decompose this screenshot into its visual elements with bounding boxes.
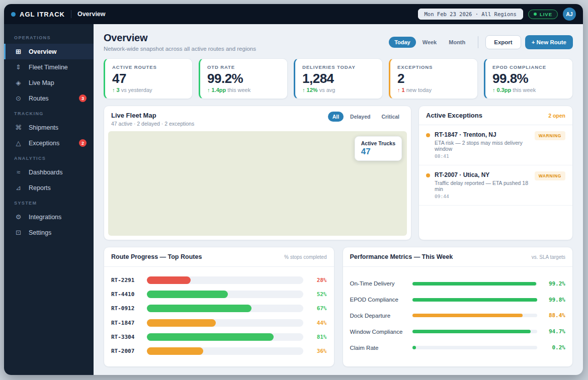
warning-dot-icon — [426, 173, 430, 177]
sidebar-item-exceptions[interactable]: △ Exceptions 2 — [4, 135, 94, 151]
exception-route: RT-2007 · Utica, NY — [435, 171, 530, 178]
user-avatar[interactable]: AJ — [563, 8, 576, 21]
metric-value: 88.4% — [543, 312, 565, 319]
metric-fill — [412, 282, 537, 286]
sidebar-item-overview[interactable]: ⊞ Overview — [4, 44, 94, 59]
sidebar-item-fleet-timeline[interactable]: ⇕ Fleet Timeline — [4, 59, 94, 75]
count-badge: 3 — [79, 94, 87, 102]
route-progress-row: RT-4410 52% — [111, 291, 327, 298]
kpi-delta: ↑ 0.3pp this week — [492, 87, 565, 93]
sidebar-item-routes[interactable]: ⊙ Routes 3 — [4, 90, 94, 106]
topbar-divider — [71, 10, 71, 18]
page-header: Overview Network-wide snapshot across al… — [104, 32, 573, 52]
metric-label: On-Time Delivery — [350, 280, 406, 287]
exception-list-item[interactable]: RT-1847 · Trenton, NJ ETA risk — 2 stops… — [419, 125, 572, 165]
map-canvas[interactable]: Active Trucks 47 — [108, 131, 407, 236]
waves-icon: ≈ — [14, 168, 23, 176]
progress-value: 36% — [310, 348, 327, 354]
metric-value: 0.2% — [543, 344, 565, 351]
active-trucks-overlay: Active Trucks 47 — [355, 136, 402, 161]
main-content: Overview Network-wide snapshot across al… — [94, 24, 583, 375]
performance-metrics-card: Performance Metrics — This Week vs. SLA … — [343, 247, 573, 367]
map-filters: All Delayed Critical — [328, 112, 404, 122]
kpi-delta: ↑ 1 new today — [397, 87, 470, 93]
section-label: TRACKING — [4, 106, 94, 120]
map-filter-pill[interactable]: Delayed — [346, 112, 375, 122]
route-progress-row: RT-0912 67% — [111, 305, 327, 312]
range-tab[interactable]: Week — [417, 37, 443, 48]
performance-note: vs. SLA targets — [532, 254, 565, 260]
grid-icon: ⊞ — [14, 48, 23, 55]
sidebar: OPERATIONS ⊞ Overview ⇕ Fleet Timeline — [4, 24, 94, 375]
topbar-nav-overview[interactable]: Overview — [77, 11, 106, 18]
app-window: AGL ITRACK Overview Mon Feb 23 2026 · Al… — [4, 4, 583, 375]
sidebar-item-settings[interactable]: ⊡ Settings — [4, 225, 94, 240]
route-progress-row: RT-3304 81% — [111, 333, 327, 341]
header-divider — [478, 36, 478, 48]
kpi-delta: ↑ 1.4pp this week — [207, 87, 280, 93]
kpi-label: EXCEPTIONS — [397, 64, 470, 70]
map-filter-pill[interactable]: All — [328, 112, 344, 122]
page-title: Overview — [104, 32, 256, 44]
sidebar-item-label: Live Map — [29, 79, 54, 86]
metric-track — [412, 330, 538, 333]
progress-track — [147, 291, 303, 298]
sidebar-item-label: Integrations — [29, 214, 61, 221]
sidebar-section-operations: OPERATIONS ⊞ Overview ⇕ Fleet Timeline — [4, 30, 94, 106]
sidebar-item-reports[interactable]: ⊿ Reports — [4, 180, 94, 196]
sidebar-section-tracking: TRACKING ⌘ Shipments △ Exceptions 2 — [4, 106, 94, 151]
square-dot-icon: ⊡ — [14, 229, 23, 236]
progress-track — [147, 276, 303, 284]
map-diamond-icon: ◈ — [14, 79, 23, 86]
active-exceptions-card: Active Exceptions 2 open RT-1847 · Trent… — [418, 106, 573, 240]
metric-label: Dock Departure — [350, 313, 406, 319]
kpi-value: 99.2% — [207, 71, 280, 86]
metric-row: Dock Departure 88.4% — [350, 312, 566, 319]
range-tab[interactable]: Today — [389, 37, 416, 48]
metric-fill — [412, 314, 523, 317]
exceptions-title: Active Exceptions — [426, 112, 482, 119]
sidebar-item-label: Overview — [29, 48, 57, 55]
metric-value: 99.8% — [543, 297, 565, 303]
metric-label: Claim Rate — [350, 345, 406, 351]
performance-title: Performance Metrics — This Week — [350, 253, 453, 260]
route-progress-card: Route Progress — Top Routes % stops comp… — [104, 247, 334, 367]
sidebar-item-live-map[interactable]: ◈ Live Map — [4, 75, 94, 90]
kpi-active-routes: ACTIVE ROUTES 47 ↑ 3 vs yesterday — [104, 58, 193, 99]
route-progress-row: RT-1847 44% — [111, 319, 327, 327]
route-id: RT-4410 — [111, 291, 140, 298]
exception-list-item[interactable]: RT-2007 · Utica, NY Traffic delay report… — [419, 165, 572, 206]
brand-dot-icon — [11, 12, 16, 17]
kpi-exceptions: EXCEPTIONS 2 ↑ 1 new today — [389, 58, 478, 99]
range-tabs: Today Week Month — [389, 37, 471, 48]
exception-route: RT-1847 · Trenton, NJ — [435, 131, 530, 138]
sidebar-item-integrations[interactable]: ⚙ Integrations — [4, 209, 94, 225]
metric-fill — [412, 346, 416, 349]
kpi-label: ACTIVE ROUTES — [112, 64, 185, 70]
sidebar-item-shipments[interactable]: ⌘ Shipments — [4, 120, 94, 135]
kpi-row: ACTIVE ROUTES 47 ↑ 3 vs yesterday OTD RA… — [104, 58, 573, 99]
sidebar-item-label: Exceptions — [29, 140, 59, 147]
route-progress-row: RT-2007 36% — [111, 347, 327, 355]
live-dot-icon — [534, 13, 537, 16]
sidebar-item-dashboards[interactable]: ≈ Dashboards — [4, 164, 94, 180]
progress-value: 52% — [310, 291, 327, 298]
kpi-label: EPOD COMPLIANCE — [492, 64, 565, 70]
range-tab[interactable]: Month — [443, 37, 471, 48]
metric-row: On-Time Delivery 99.2% — [350, 280, 566, 287]
new-route-button[interactable]: + New Route — [525, 35, 573, 49]
exception-time: 08:41 — [435, 153, 530, 159]
report-triangle-icon: ⊿ — [14, 184, 23, 192]
route-circle-icon: ⊙ — [14, 94, 23, 102]
progress-fill — [147, 347, 203, 355]
progress-track — [147, 319, 303, 327]
map-filter-pill[interactable]: Critical — [377, 112, 404, 122]
kpi-value: 99.8% — [492, 71, 565, 86]
export-button[interactable]: Export — [485, 35, 521, 49]
metric-row: Window Compliance 94.7% — [350, 328, 566, 335]
section-label: SYSTEM — [4, 196, 94, 209]
exception-desc: ETA risk — 2 stops may miss delivery win… — [435, 140, 530, 152]
route-progress-title: Route Progress — Top Routes — [111, 253, 202, 260]
date-region-selector[interactable]: Mon Feb 23 2026 · All Regions — [418, 9, 523, 20]
progress-fill — [147, 319, 216, 327]
